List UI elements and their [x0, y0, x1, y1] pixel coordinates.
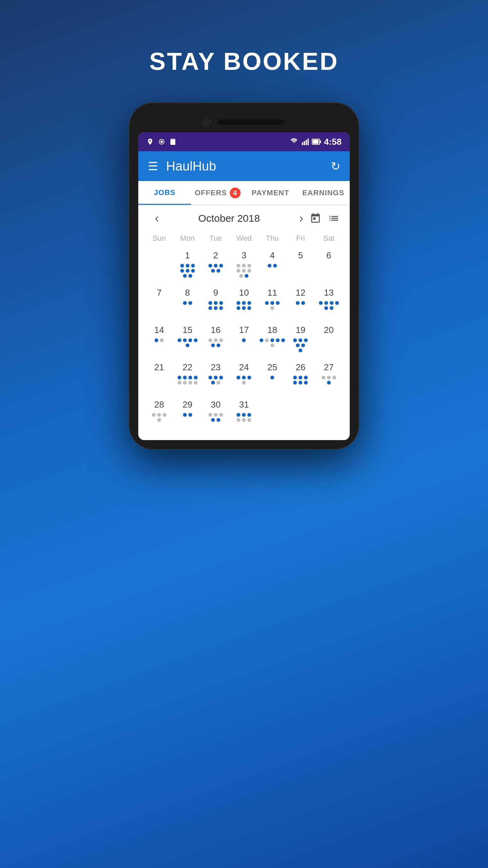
offers-badge: 4 — [230, 188, 241, 198]
calendar-icon[interactable] — [310, 213, 321, 224]
cal-cell-1[interactable]: 1 — [173, 247, 201, 284]
tab-jobs[interactable]: JOBS — [138, 181, 191, 205]
cal-cell-3[interactable]: 3 — [230, 247, 258, 284]
cal-cell-10[interactable]: 10 — [230, 284, 258, 321]
phone-frame: 4:58 ☰ HaulHub ↻ JOBS OFFERS 4 PAYMENT E… — [129, 102, 359, 450]
cal-cell-empty1 — [145, 247, 173, 284]
cal-cell-24[interactable]: 24 — [230, 359, 258, 396]
refresh-icon[interactable]: ↻ — [331, 159, 340, 173]
signal-icon — [302, 138, 309, 145]
svg-rect-10 — [307, 139, 309, 145]
cal-cell-13[interactable]: 13 — [315, 284, 343, 321]
page-headline-wrapper: STAY BOOKED — [149, 0, 339, 102]
day-headers: Sun Mon Tue Wed Thu Fri Sat — [145, 231, 343, 245]
phone-speaker — [218, 119, 285, 125]
cal-cell-12[interactable]: 12 — [286, 284, 314, 321]
next-month-button[interactable]: › — [293, 211, 310, 225]
cal-cell-23[interactable]: 23 — [202, 359, 230, 396]
cal-cell-7[interactable]: 7 — [145, 284, 173, 321]
cal-cell-14[interactable]: 14 — [145, 321, 173, 359]
day-header-tue: Tue — [202, 231, 230, 245]
cal-cell-11[interactable]: 11 — [258, 284, 286, 321]
calendar-grid: 1 2 3 — [145, 247, 343, 433]
app-title: HaulHub — [166, 159, 331, 174]
location-icon — [146, 138, 154, 145]
tab-earnings[interactable]: EARNINGS — [297, 181, 350, 205]
cal-cell-17[interactable]: 17 — [230, 321, 258, 359]
calendar-section: ‹ October 2018 › Sun Mon Tue — [138, 205, 350, 440]
cal-cell-5[interactable]: 5 — [286, 247, 314, 284]
svg-rect-9 — [306, 140, 307, 145]
day-header-thu: Thu — [258, 231, 286, 245]
svg-rect-7 — [302, 142, 303, 145]
cal-cell-2[interactable]: 2 — [202, 247, 230, 284]
cal-cell-29[interactable]: 29 — [173, 396, 201, 433]
svg-rect-5 — [174, 139, 175, 140]
status-time: 4:58 — [324, 137, 342, 147]
app-bar: ☰ HaulHub ↻ — [138, 151, 350, 181]
battery-icon — [312, 138, 321, 145]
cal-cell-25[interactable]: 25 — [258, 359, 286, 396]
cal-cell-empty3 — [286, 396, 314, 433]
cal-cell-22[interactable]: 22 — [173, 359, 201, 396]
svg-point-6 — [294, 142, 294, 143]
cal-cell-21[interactable]: 21 — [145, 359, 173, 396]
list-icon[interactable] — [328, 213, 340, 224]
cal-cell-19[interactable]: 19 — [286, 321, 314, 359]
tab-offers[interactable]: OFFERS 4 — [191, 181, 244, 205]
phone-camera — [203, 118, 211, 126]
tab-bar: JOBS OFFERS 4 PAYMENT EARNINGS — [138, 181, 350, 205]
day-header-wed: Wed — [230, 231, 258, 245]
cal-cell-15[interactable]: 15 — [173, 321, 201, 359]
status-bar: 4:58 — [138, 132, 350, 151]
phone-top-hardware — [138, 112, 350, 132]
cal-cell-30[interactable]: 30 — [202, 396, 230, 433]
status-icons-right: 4:58 — [290, 137, 342, 147]
sdcard-icon — [169, 138, 176, 145]
cal-cell-9[interactable]: 9 — [202, 284, 230, 321]
cal-cell-20[interactable]: 20 — [315, 321, 343, 359]
day-header-fri: Fri — [286, 231, 314, 245]
cal-cell-28[interactable]: 28 — [145, 396, 173, 433]
cal-cell-26[interactable]: 26 — [286, 359, 314, 396]
cal-cell-18[interactable]: 18 — [258, 321, 286, 359]
cal-cell-8[interactable]: 8 — [173, 284, 201, 321]
calendar-view-icons — [310, 213, 340, 224]
cal-cell-31[interactable]: 31 — [230, 396, 258, 433]
svg-rect-13 — [320, 140, 321, 143]
month-year-label: October 2018 — [165, 213, 293, 224]
circle-icon — [158, 138, 165, 145]
day-header-mon: Mon — [173, 231, 201, 245]
day-header-sat: Sat — [315, 231, 343, 245]
svg-rect-3 — [171, 139, 172, 140]
cal-cell-27[interactable]: 27 — [315, 359, 343, 396]
cal-cell-empty4 — [315, 396, 343, 433]
calendar-nav: ‹ October 2018 › — [145, 205, 343, 231]
cal-cell-empty2 — [258, 396, 286, 433]
prev-month-button[interactable]: ‹ — [148, 211, 165, 225]
page-headline: STAY BOOKED — [149, 47, 339, 75]
cal-cell-16[interactable]: 16 — [202, 321, 230, 359]
cal-cell-6[interactable]: 6 — [315, 247, 343, 284]
svg-rect-4 — [172, 139, 174, 140]
tab-payment[interactable]: PAYMENT — [244, 181, 297, 205]
svg-point-1 — [160, 140, 163, 143]
hamburger-icon[interactable]: ☰ — [148, 159, 158, 173]
day-header-sun: Sun — [145, 231, 173, 245]
svg-rect-12 — [313, 140, 319, 144]
svg-rect-8 — [304, 141, 305, 145]
cal-cell-4[interactable]: 4 — [258, 247, 286, 284]
wifi-icon — [290, 138, 299, 145]
phone-screen: 4:58 ☰ HaulHub ↻ JOBS OFFERS 4 PAYMENT E… — [138, 132, 350, 440]
status-icons-left — [146, 138, 176, 145]
